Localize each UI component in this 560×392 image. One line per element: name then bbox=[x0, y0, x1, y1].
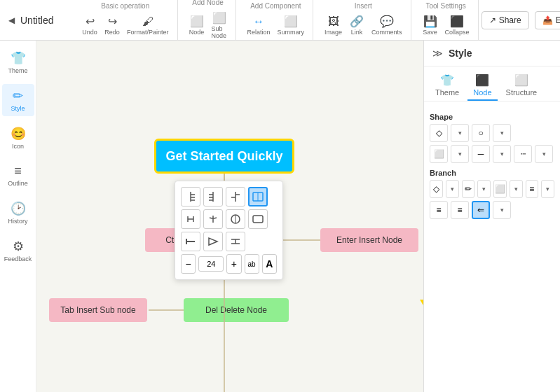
branch-style-btn-2[interactable]: ✏ bbox=[462, 180, 475, 198]
shape-border-dropdown[interactable]: ▾ bbox=[493, 124, 511, 142]
structure-tab-icon: ⬜ bbox=[514, 74, 528, 87]
branch-size-increase[interactable]: + bbox=[226, 254, 241, 274]
branch-btn-3-2[interactable] bbox=[203, 232, 223, 251]
export-button[interactable]: 📤 Export bbox=[535, 11, 560, 29]
branch-btn-3-3[interactable] bbox=[226, 232, 245, 251]
format-painter-icon: 🖌 bbox=[142, 15, 153, 28]
outline-label: Outline bbox=[8, 180, 28, 187]
comments-icon: 💬 bbox=[380, 15, 394, 28]
feedback-label: Feedback bbox=[4, 255, 32, 262]
branch-btn-2-2[interactable] bbox=[203, 209, 223, 229]
branch-style-dropdown-4[interactable]: ▾ bbox=[541, 180, 554, 198]
outline-icon: ≡ bbox=[14, 164, 22, 178]
branch-font-ab[interactable]: ab bbox=[245, 254, 259, 274]
group-label-insert: Insert bbox=[355, 2, 372, 10]
sidebar-item-style[interactable]: ✏ Style bbox=[2, 84, 34, 116]
save-icon: 💾 bbox=[423, 15, 437, 28]
theme-label: Theme bbox=[8, 67, 27, 74]
icon-label: Icon bbox=[12, 143, 24, 150]
summary-icon: ⬜ bbox=[284, 15, 298, 28]
style-label: Style bbox=[11, 105, 25, 112]
canvas[interactable]: Get Started Quickly Ctrl+R Add Relation … bbox=[36, 41, 423, 392]
branch-style-dropdown-1[interactable]: ▾ bbox=[446, 180, 459, 198]
save-label: Save bbox=[423, 29, 437, 36]
shape-fill-btn[interactable]: ◇ bbox=[430, 124, 448, 142]
branch-font-A[interactable]: A bbox=[262, 254, 277, 274]
relation-button[interactable]: ↔ Relation bbox=[245, 13, 273, 38]
sidebar-item-theme[interactable]: 👕 Theme bbox=[2, 46, 34, 78]
theme-tab-icon: 👕 bbox=[440, 74, 454, 87]
shape-row-1: ◇ ▾ ○ ▾ bbox=[430, 124, 554, 142]
main-area: 👕 Theme ✏ Style 😊 Icon ≡ Outline 🕑 Histo… bbox=[0, 41, 560, 392]
shape-dash-dropdown[interactable]: ▾ bbox=[535, 145, 553, 163]
del-delete-node[interactable]: Del Delete Node bbox=[184, 298, 289, 322]
branch-style-btn-1[interactable]: ◇ bbox=[430, 180, 443, 198]
back-button[interactable]: ◀ bbox=[6, 13, 18, 28]
collapse-button[interactable]: ⬛ Collapse bbox=[442, 13, 472, 38]
branch-layout-btn-1[interactable]: ≡ bbox=[430, 201, 448, 219]
branch-size-decrease[interactable]: − bbox=[181, 254, 196, 274]
shape-border-btn[interactable]: ○ bbox=[472, 124, 490, 142]
sidebar-item-feedback[interactable]: ⚙ Feedback bbox=[2, 234, 34, 267]
right-panel: ≫ Style 👕 Theme ⬛ Node ⬜ Structure Shape… bbox=[423, 41, 560, 392]
share-icon: ↗ bbox=[489, 15, 496, 25]
branch-size-input[interactable] bbox=[198, 256, 224, 272]
branch-btn-2-3[interactable] bbox=[226, 209, 245, 229]
shape-row-2: ⬜ ▾ ─ ▾ ┄ ▾ bbox=[430, 145, 554, 163]
group-label-tool-settings: Tool Settings bbox=[425, 2, 465, 10]
root-node[interactable]: Get Started Quickly bbox=[154, 139, 294, 174]
undo-label: Undo bbox=[82, 29, 97, 36]
branch-btn-1-3[interactable] bbox=[226, 187, 245, 206]
tab-theme[interactable]: 👕 Theme bbox=[430, 71, 465, 101]
shape-dash-btn[interactable]: ┄ bbox=[514, 145, 532, 163]
collapse-label: Collapse bbox=[445, 29, 470, 36]
branch-style-btn-4[interactable]: ≡ bbox=[526, 180, 539, 198]
branch-layout-btn-2[interactable]: ≡ bbox=[451, 201, 469, 219]
branch-layout-dropdown[interactable]: ▾ bbox=[493, 201, 511, 219]
undo-button[interactable]: ↩ Undo bbox=[79, 13, 100, 38]
feedback-icon: ⚙ bbox=[13, 239, 24, 254]
root-node-text: Get Started Quickly bbox=[165, 149, 282, 164]
toolbar-group-insert: Insert 🖼 Image 🔗 Link 💬 Comments bbox=[316, 0, 411, 40]
tab-insert-node[interactable]: Tab Insert Sub node bbox=[49, 298, 147, 322]
share-button[interactable]: ↗ Share bbox=[482, 11, 529, 29]
redo-button[interactable]: ↪ Redo bbox=[102, 13, 123, 38]
branch-btn-1-2[interactable] bbox=[203, 187, 223, 206]
enter-insert-node[interactable]: Enter Insert Node bbox=[320, 228, 418, 252]
shape-fill-dropdown[interactable]: ▾ bbox=[451, 124, 469, 142]
image-button[interactable]: 🖼 Image bbox=[322, 13, 345, 38]
export-label: Export bbox=[556, 15, 560, 25]
link-button[interactable]: 🔗 Link bbox=[346, 13, 367, 38]
branch-style-dropdown-2[interactable]: ▾ bbox=[477, 180, 491, 198]
tab-node[interactable]: ⬛ Node bbox=[467, 71, 497, 101]
sidebar-item-outline[interactable]: ≡ Outline bbox=[2, 160, 34, 191]
relation-icon: ↔ bbox=[253, 15, 264, 28]
comments-button[interactable]: 💬 Comments bbox=[369, 13, 405, 38]
branch-row-3 bbox=[181, 232, 277, 251]
save-button[interactable]: 💾 Save bbox=[420, 13, 441, 38]
format-painter-button[interactable]: 🖌 Format/Painter bbox=[124, 13, 172, 38]
branch-style-dropdown-3[interactable]: ▾ bbox=[510, 180, 523, 198]
shape-line-dropdown[interactable]: ▾ bbox=[493, 145, 511, 163]
branch-btn-2-4[interactable] bbox=[248, 209, 268, 229]
branch-btn-1-4[interactable] bbox=[248, 187, 268, 206]
image-label: Image bbox=[325, 29, 342, 36]
branch-btn-1-1[interactable] bbox=[181, 187, 200, 206]
summary-button[interactable]: ⬜ Summary bbox=[275, 13, 308, 38]
export-icon: 📤 bbox=[542, 15, 553, 25]
shape-line-btn[interactable]: ─ bbox=[472, 145, 490, 163]
node-button[interactable]: ⬜ Node bbox=[186, 13, 207, 38]
branch-btn-3-1[interactable] bbox=[181, 232, 200, 251]
panel-collapse-button[interactable]: ≫ bbox=[430, 46, 446, 60]
branch-style-btn-3[interactable]: ⬜ bbox=[493, 180, 507, 198]
sidebar-item-history[interactable]: 🕑 History bbox=[2, 197, 34, 229]
left-sidebar: 👕 Theme ✏ Style 😊 Icon ≡ Outline 🕑 Histo… bbox=[0, 41, 36, 392]
branch-btn-2-1[interactable] bbox=[181, 209, 200, 229]
branch-layout-btn-3[interactable]: ⇐ bbox=[472, 201, 490, 219]
sub-node-icon: ⬜ bbox=[212, 11, 226, 24]
shape-rect-dropdown[interactable]: ▾ bbox=[451, 145, 469, 163]
sidebar-item-icon[interactable]: 😊 Icon bbox=[2, 122, 34, 154]
shape-rect-btn[interactable]: ⬜ bbox=[430, 145, 448, 163]
sub-node-button[interactable]: ⬜ Sub Node bbox=[209, 9, 230, 41]
tab-structure[interactable]: ⬜ Structure bbox=[500, 71, 543, 101]
